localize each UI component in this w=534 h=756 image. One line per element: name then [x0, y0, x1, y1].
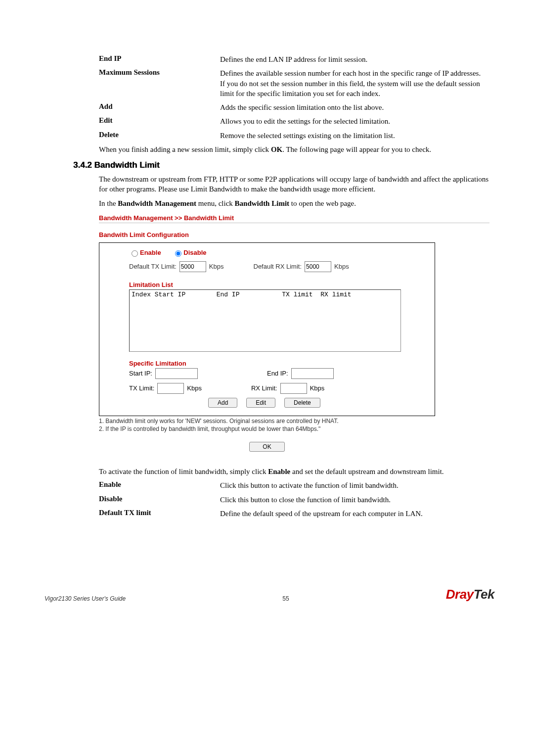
term: Default TX limit: [44, 509, 220, 519]
text: In the: [99, 199, 118, 207]
desc: Defines the end LAN IP address for limit…: [220, 54, 490, 64]
notes: 1. Bandwidth limit only works for 'NEW' …: [99, 417, 490, 433]
logo-dray: Dray: [446, 587, 474, 602]
text: Bandwidth Limit: [235, 199, 289, 207]
term: Enable: [44, 480, 220, 490]
radio-enable-label: Enable: [140, 249, 161, 256]
desc: Allows you to edit the settings for the …: [220, 116, 490, 126]
def-add: Add Adds the specific session limitation…: [44, 102, 490, 112]
footer-guide-title: Vigor2130 Series User's Guide: [44, 595, 126, 602]
default-tx-input[interactable]: [179, 261, 206, 272]
radio-disable-label: Disable: [183, 249, 206, 256]
draytek-logo: DrayTek: [446, 587, 494, 602]
default-limits-row: Default TX Limit: Kbps Default RX Limit:…: [129, 261, 427, 272]
default-tx-unit: Kbps: [209, 263, 224, 270]
activate-paragraph: To activate the function of limit bandwi…: [44, 467, 490, 476]
default-rx-label: Default RX Limit:: [254, 263, 302, 270]
logo-tek: Tek: [474, 587, 494, 602]
start-ip-input[interactable]: [155, 368, 198, 379]
after-table-paragraph: When you finish adding a new session lim…: [44, 144, 490, 154]
def-max-sessions: Maximum Sessions Defines the available s…: [44, 68, 490, 98]
desc: Define the default speed of the upstream…: [220, 509, 490, 519]
config-title: Bandwith Limit Configuration: [99, 231, 490, 238]
edit-button[interactable]: Edit: [246, 398, 275, 408]
term: Add: [44, 102, 220, 112]
screenshot-panel: Bandwidth Management >> Bandwidth Limit …: [99, 212, 490, 416]
rx-limit-input[interactable]: [280, 383, 307, 394]
limitation-list-box[interactable]: Index Start IP End IP TX limit RX limit: [129, 289, 401, 352]
section-heading: 3.4.2 Bandwidth Limit: [44, 160, 490, 170]
desc: Defines the available session number for…: [220, 68, 490, 98]
tx-limit-input[interactable]: [157, 383, 184, 394]
desc: Click this button to activate the functi…: [220, 480, 490, 490]
note-2: 2. If the IP is controlled by bandwidth …: [99, 425, 490, 433]
end-ip-input[interactable]: [291, 368, 334, 379]
text: . The following page will appear for you…: [282, 145, 431, 153]
term: Edit: [44, 116, 220, 126]
end-ip-label: End IP:: [267, 370, 288, 377]
note-1: 1. Bandwidth limit only works for 'NEW' …: [99, 417, 490, 425]
desc: Remove the selected settings existing on…: [220, 131, 490, 141]
tx-limit-unit: Kbps: [187, 384, 202, 392]
text: Enable: [268, 468, 290, 475]
default-rx-input[interactable]: [305, 261, 331, 272]
radio-disable[interactable]: [175, 250, 181, 257]
intro-paragraph: The downstream or upstream from FTP, HTT…: [44, 174, 490, 194]
def-enable: Enable Click this button to activate the…: [44, 480, 490, 490]
desc: Click this button to close the function …: [220, 495, 490, 505]
limit-row: TX Limit: Kbps RX Limit: Kbps: [129, 383, 427, 394]
ok-bold: OK: [271, 145, 282, 153]
radio-enable[interactable]: [132, 250, 138, 257]
ip-row: Start IP: End IP:: [129, 368, 427, 379]
ok-button[interactable]: OK: [249, 442, 284, 452]
rx-limit-unit: Kbps: [310, 384, 325, 392]
breadcrumb: Bandwidth Management >> Bandwidth Limit: [99, 212, 490, 223]
text: and set the default upstream and downstr…: [290, 468, 444, 475]
def-end-ip: End IP Defines the end LAN IP address fo…: [44, 54, 490, 64]
text: To activate the function of limit bandwi…: [99, 468, 268, 475]
config-box: Enable Disable Default TX Limit: Kbps De…: [99, 242, 435, 416]
tx-limit-label: TX Limit:: [129, 384, 154, 392]
default-rx-unit: Kbps: [334, 263, 349, 270]
limitation-list-label: Limitation List: [129, 281, 427, 288]
term: Maximum Sessions: [44, 68, 220, 98]
text: to open the web page.: [289, 199, 356, 207]
page-footer: Vigor2130 Series User's Guide 55 DrayTek: [0, 542, 534, 617]
def-disable: Disable Click this button to close the f…: [44, 495, 490, 505]
default-tx-label: Default TX Limit:: [129, 263, 177, 270]
add-button[interactable]: Add: [208, 398, 237, 408]
footer-page-number: 55: [282, 595, 289, 602]
def-delete: Delete Remove the selected settings exis…: [44, 131, 490, 141]
text: Bandwidth Management: [118, 199, 196, 207]
term: Delete: [44, 131, 220, 141]
rx-limit-label: RX Limit:: [251, 384, 277, 392]
button-row: Add Edit Delete: [129, 398, 427, 408]
delete-button[interactable]: Delete: [284, 398, 320, 408]
open-paragraph: In the Bandwidth Management menu, click …: [44, 198, 490, 208]
def-edit: Edit Allows you to edit the settings for…: [44, 116, 490, 126]
term: End IP: [44, 54, 220, 64]
term: Disable: [44, 495, 220, 505]
enable-disable-radios: Enable Disable: [129, 249, 427, 258]
text: menu, click: [196, 199, 234, 207]
def-default-tx: Default TX limit Define the default spee…: [44, 509, 490, 519]
specific-limitation-label: Specific Limitation: [129, 360, 427, 367]
start-ip-label: Start IP:: [129, 370, 152, 377]
ok-row: OK: [99, 442, 435, 452]
text: When you finish adding a new session lim…: [99, 145, 271, 153]
desc: Adds the specific session limitation ont…: [220, 102, 490, 112]
